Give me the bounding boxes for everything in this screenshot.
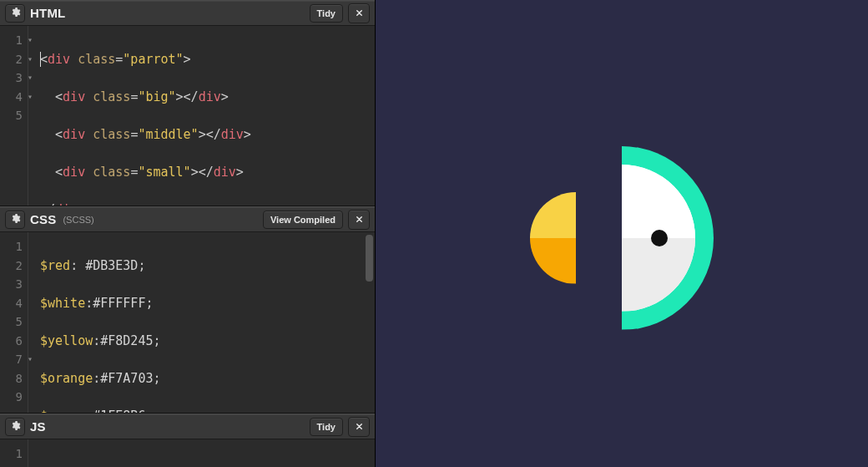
gutter-html: 1 2 3 4 5	[0, 26, 28, 206]
panel-header-html: HTML Tidy	[0, 0, 375, 26]
settings-button-js[interactable]	[5, 418, 25, 436]
gutter-css: 1 2 3 4 5 6 7 8 9	[0, 232, 28, 413]
code-area-js[interactable]: 1	[0, 439, 375, 467]
settings-button-html[interactable]	[5, 4, 25, 23]
panel-css: CSS (SCSS) View Compiled 1 2 3 4 5 6 7 8…	[0, 206, 375, 414]
code-js[interactable]	[28, 439, 375, 467]
close-icon	[355, 212, 364, 227]
preview-pane	[376, 0, 868, 467]
panel-header-css: CSS (SCSS) View Compiled	[0, 206, 375, 232]
panel-js: JS Tidy 1	[0, 414, 375, 467]
panel-title-html: HTML	[30, 6, 65, 20]
line-number: 9	[0, 388, 23, 407]
line-number: 1	[0, 31, 23, 50]
line-number: 3	[0, 275, 23, 294]
tidy-button-html[interactable]: Tidy	[310, 4, 343, 23]
panel-html: HTML Tidy 1 2 3 4 5 <div class="parrot">…	[0, 0, 375, 206]
gutter-js: 1	[0, 439, 28, 467]
line-number: 2	[0, 256, 23, 276]
line-number: 5	[0, 312, 23, 332]
gear-icon	[10, 419, 21, 434]
editor-column: HTML Tidy 1 2 3 4 5 <div class="parrot">…	[0, 0, 376, 467]
line-number: 3	[0, 69, 23, 88]
panel-title-js: JS	[30, 419, 46, 434]
line-number: 8	[0, 369, 23, 388]
code-html[interactable]: <div class="parrot"> <div class="big"></…	[28, 26, 375, 206]
close-icon	[355, 6, 364, 21]
line-number: 6	[0, 332, 23, 351]
close-button-js[interactable]	[348, 417, 370, 437]
settings-button-css[interactable]	[5, 211, 25, 229]
line-number: 1	[0, 237, 23, 256]
parrot-small	[530, 192, 622, 284]
close-icon	[355, 419, 364, 434]
panel-title-css: CSS	[30, 212, 56, 226]
line-number: 4	[0, 294, 23, 313]
code-area-css[interactable]: 1 2 3 4 5 6 7 8 9 $red: #DB3E3D; $white:…	[0, 232, 375, 413]
line-number: 5	[0, 106, 23, 125]
scrollbar-css[interactable]	[366, 235, 373, 282]
close-button-css[interactable]	[348, 210, 370, 230]
tidy-button-js[interactable]: Tidy	[310, 418, 343, 436]
line-number: 1	[0, 444, 23, 464]
gear-icon	[10, 6, 21, 21]
line-number: 7	[0, 350, 23, 369]
gear-icon	[10, 212, 21, 227]
view-compiled-button[interactable]: View Compiled	[263, 211, 343, 229]
close-button-html[interactable]	[348, 3, 370, 23]
line-number: 2	[0, 50, 23, 69]
code-css[interactable]: $red: #DB3E3D; $white:#FFFFFF; $yellow:#…	[28, 232, 375, 413]
panel-header-js: JS Tidy	[0, 414, 375, 439]
panel-subtitle-css: (SCSS)	[63, 215, 93, 225]
parrot-preview	[530, 121, 714, 347]
code-area-html[interactable]: 1 2 3 4 5 <div class="parrot"> <div clas…	[0, 26, 375, 206]
parrot-eye	[651, 230, 668, 246]
line-number: 4	[0, 88, 23, 107]
